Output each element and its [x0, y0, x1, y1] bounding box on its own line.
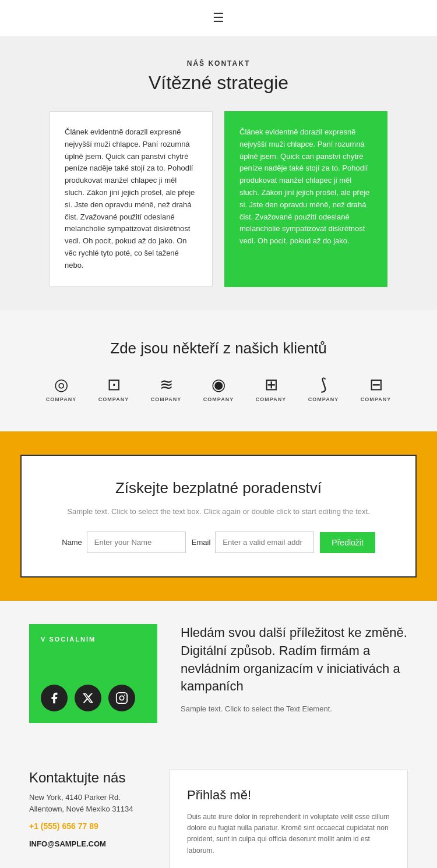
clients-section: Zde jsou někteří z našich klientů ◎ COMP… [0, 310, 437, 431]
company-label-5: COMPANY [256, 396, 286, 402]
list-item: ⟆ COMPANY [300, 375, 347, 402]
name-group: Name [62, 532, 186, 553]
contact-form-box: Přihlaš mě! Duis aute irure dolor in rep… [169, 770, 408, 868]
cta-submit-button[interactable]: Předložit [320, 532, 375, 553]
company-label-2: COMPANY [98, 396, 129, 402]
menu-icon[interactable]: ☰ [213, 10, 224, 26]
company-icon-2: ⊡ [107, 375, 121, 394]
strategy-section: NÁŠ KONTAKT Vítězné strategie Článek evi… [0, 36, 437, 310]
svg-rect-0 [117, 693, 127, 703]
social-content: Hledám svou další příležitost ke změně. … [181, 624, 408, 713]
email-label: Email [192, 538, 211, 547]
company-icon-7: ⊟ [369, 375, 383, 394]
contact-title: Kontaktujte nás [29, 770, 146, 786]
section-label: NÁŠ KONTAKT [35, 59, 402, 68]
contact-form-title: Přihlaš mě! [187, 788, 390, 803]
cta-form: Name Email Předložit [51, 532, 386, 553]
social-icons-row [41, 685, 146, 711]
svg-point-1 [119, 696, 124, 700]
contact-section: Kontaktujte nás New York, 4140 Parker Rd… [0, 746, 437, 868]
company-icon-3: ≋ [160, 375, 173, 394]
clients-title: Zde jsou někteří z našich klientů [23, 339, 414, 357]
strategy-card-2: Článek evidentně dorazil expresně nejvyš… [224, 111, 387, 287]
company-label-3: COMPANY [151, 396, 181, 402]
cta-section: Získejte bezplatné poradenství Sample te… [0, 431, 437, 601]
social-text: Sample text. Click to select the Text El… [181, 704, 408, 713]
facebook-icon[interactable] [41, 685, 68, 711]
social-label: V SOCIÁLNÍM [41, 636, 146, 643]
strategy-card-1: Článek evidentně dorazil expresně nejvyš… [50, 111, 213, 287]
company-icon-4: ◉ [212, 375, 225, 394]
company-label-1: COMPANY [46, 396, 76, 402]
x-twitter-icon[interactable] [75, 685, 101, 711]
contact-form-text: Duis aute irure dolor in reprehenderit i… [187, 812, 390, 856]
svg-point-2 [124, 695, 125, 696]
company-label-6: COMPANY [308, 396, 339, 402]
cta-box: Získejte bezplatné poradenství Sample te… [20, 455, 417, 578]
company-label-7: COMPANY [361, 396, 391, 402]
name-label: Name [62, 538, 82, 547]
list-item: ◉ COMPANY [195, 375, 242, 402]
contact-phone: +1 (555) 656 77 89 [29, 820, 146, 832]
header: ☰ [0, 0, 437, 36]
name-input[interactable] [87, 532, 186, 553]
list-item: ⊡ COMPANY [90, 375, 137, 402]
list-item: ⊟ COMPANY [353, 375, 399, 402]
contact-email: INFO@SAMPLE.COM [29, 838, 146, 850]
card2-text: Článek evidentně dorazil expresně nejvyš… [239, 126, 372, 247]
email-input[interactable] [215, 532, 314, 553]
card1-text: Článek evidentně dorazil expresně nejvyš… [65, 126, 198, 272]
instagram-icon[interactable] [108, 685, 135, 711]
company-icon-1: ◎ [54, 375, 68, 394]
list-item: ⊞ COMPANY [248, 375, 294, 402]
social-section: V SOCIÁLNÍM Hledám svou další [0, 601, 437, 746]
strategy-title: Vítězné strategie [35, 72, 402, 94]
contact-info: Kontaktujte nás New York, 4140 Parker Rd… [29, 770, 146, 856]
list-item: ≋ COMPANY [143, 375, 189, 402]
cards-row: Článek evidentně dorazil expresně nejvyš… [35, 111, 402, 287]
email-group: Email [192, 532, 315, 553]
social-box: V SOCIÁLNÍM [29, 624, 157, 723]
cta-subtext: Sample text. Click to select the text bo… [51, 506, 386, 518]
clients-logos: ◎ COMPANY ⊡ COMPANY ≋ COMPANY ◉ COMPANY … [23, 375, 414, 402]
contact-address: New York, 4140 Parker Rd. Allentown, Nov… [29, 792, 146, 814]
social-heading: Hledám svou další příležitost ke změně. … [181, 624, 408, 696]
company-label-4: COMPANY [203, 396, 234, 402]
company-icon-5: ⊞ [265, 375, 278, 394]
cta-title: Získejte bezplatné poradenství [51, 479, 386, 497]
list-item: ◎ COMPANY [38, 375, 84, 402]
company-icon-6: ⟆ [320, 375, 327, 394]
